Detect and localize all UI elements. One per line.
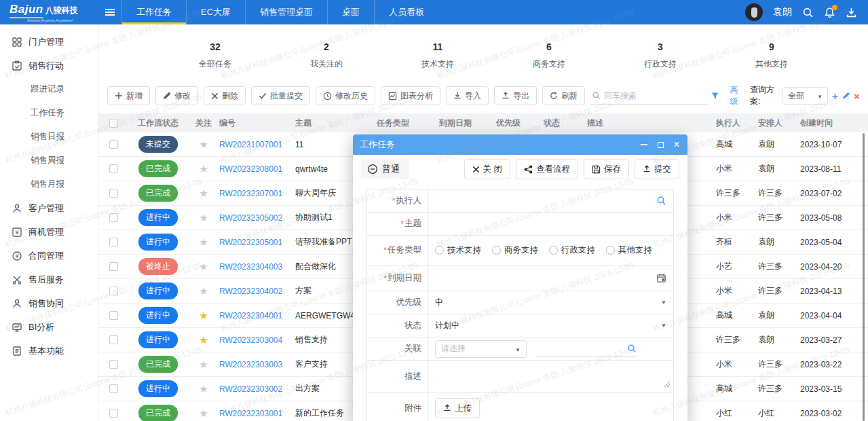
sidebar-item-bi-analysis[interactable]: BI分析 [0,315,98,339]
row-checkbox[interactable] [109,335,118,344]
import-button[interactable]: 导入 [446,86,489,105]
task-code-link[interactable]: RW20232304001 [219,311,282,321]
star-icon[interactable] [199,407,208,420]
search-input-box[interactable] [590,87,707,105]
row-checkbox[interactable] [109,287,118,295]
star-icon[interactable] [199,334,208,346]
row-checkbox[interactable] [109,360,118,369]
export-button[interactable]: 导出 [494,86,537,105]
task-code-link[interactable]: RW20232303001 [219,409,282,418]
stat-card[interactable]: 3 行政支持 [605,37,716,74]
close-icon[interactable] [673,141,681,149]
search-input[interactable] [604,91,706,100]
task-code-link[interactable]: RW20231007001 [219,140,282,149]
select-all-checkbox[interactable] [109,119,118,128]
row-checkbox[interactable] [109,189,118,198]
star-icon[interactable] [199,139,208,151]
chart-analysis-button[interactable]: 图表分析 [381,86,440,105]
view-flow-button[interactable]: 查看流程 [516,159,578,179]
row-checkbox[interactable] [109,262,118,271]
task-code-link[interactable]: RW20232304003 [219,262,282,272]
filter-funnel-icon[interactable] [711,91,719,100]
download-icon[interactable] [846,7,857,18]
stat-card[interactable]: 9 其他支持 [716,37,827,74]
radio-business-support[interactable]: 商务支持 [492,244,538,256]
task-code-link[interactable]: RW20232305001 [219,238,282,247]
sidebar-item-opportunities[interactable]: ¥ 商机管理 [0,220,98,244]
sidebar-item-contracts[interactable]: ¥ 合同管理 [0,244,98,268]
stat-card[interactable]: 2 我关注的 [271,37,382,74]
star-icon[interactable] [199,163,208,175]
dialog-title-bar[interactable]: 工作任务 [353,134,687,155]
sidebar-item-sales-collab[interactable]: 销售协同 [0,291,98,315]
due-date-field[interactable] [428,266,673,291]
radio-tech-support[interactable]: 技术支持 [435,244,481,256]
batch-submit-button[interactable]: 批量提交 [251,86,310,105]
user-avatar[interactable] [745,3,763,21]
row-checkbox[interactable] [109,238,118,246]
subject-field[interactable] [428,213,673,235]
query-plan-select[interactable]: 全部 [782,87,828,105]
sidebar-item-basic-functions[interactable]: 基本功能 [0,339,98,363]
row-checkbox[interactable] [109,140,118,149]
add-query-plan-icon[interactable]: + [832,91,838,101]
table-scrollbar[interactable] [863,133,865,421]
advanced-search-link[interactable]: 高级 [730,84,743,107]
star-icon[interactable] [199,212,208,224]
row-checkbox[interactable] [109,164,118,173]
minimize-icon[interactable] [640,141,648,149]
task-code-link[interactable]: RW20232303004 [219,335,282,345]
maximize-icon[interactable] [656,141,664,149]
row-checkbox[interactable] [109,311,118,320]
edit-history-button[interactable]: 修改历史 [316,86,375,105]
edit-query-plan-icon[interactable] [842,91,850,100]
task-code-link[interactable]: RW20232304002 [219,287,282,296]
sidebar-item-customers[interactable]: 客户管理 [0,196,98,220]
delete-query-plan-icon[interactable]: × [854,91,860,101]
task-code-link[interactable]: RW20232305002 [219,213,282,223]
nav-tab[interactable]: 销售管理桌面 [245,0,327,24]
star-icon[interactable] [199,261,208,273]
row-checkbox[interactable] [109,409,118,418]
nav-tab[interactable]: 桌面 [327,0,374,24]
edit-button[interactable]: 修改 [155,86,198,105]
radio-other-support[interactable]: 其他支持 [606,244,652,256]
status-select[interactable]: 计划中 [428,314,673,337]
stat-card[interactable]: 6 商务支持 [493,37,605,74]
sidebar-item-weekly-report[interactable]: 销售周报 [0,149,98,172]
refresh-button[interactable]: 刷新 [542,86,585,105]
task-code-link[interactable]: RW20232308001 [219,164,282,174]
star-icon[interactable] [199,285,208,297]
row-checkbox[interactable] [109,213,118,222]
sidebar-item-portal[interactable]: 门户管理 [0,30,98,54]
description-textarea[interactable] [428,361,673,392]
star-icon[interactable] [199,187,208,200]
executor-field[interactable] [428,189,673,212]
dialog-close-button[interactable]: 关 闭 [464,159,510,179]
relation-type-select[interactable]: 请选择 [435,340,527,358]
star-icon[interactable] [199,359,208,371]
nav-tab[interactable]: EC大屏 [186,0,245,24]
star-icon[interactable] [199,383,208,395]
stat-card[interactable]: 11 技术支持 [382,37,493,74]
add-button[interactable]: 新增 [107,86,150,105]
save-button[interactable]: 保存 [584,159,629,179]
submit-button[interactable]: 提交 [635,159,679,179]
star-icon[interactable] [199,236,208,249]
search-icon[interactable] [802,7,814,18]
sidebar-item-follow-records[interactable]: 跟进记录 [0,77,98,101]
delete-button[interactable]: 删除 [204,86,246,105]
relation-search-input[interactable] [535,341,637,357]
sidebar-item-after-sales[interactable]: 售后服务 [0,268,98,291]
user-name[interactable]: 袁朗 [773,6,792,18]
nav-tab[interactable]: 工作任务 [121,0,186,24]
row-checkbox[interactable] [109,384,118,393]
nav-tab[interactable]: 人员看板 [374,0,438,24]
sidebar-item-sales-action[interactable]: 销售行动 [0,54,98,77]
task-code-link[interactable]: RW20232307001 [219,189,282,198]
sidebar-item-daily-report[interactable]: 销售日报 [0,125,98,149]
stat-card[interactable]: 32 全部任务 [159,37,271,74]
task-code-link[interactable]: RW20232303003 [219,360,282,369]
task-code-link[interactable]: RW20232303002 [219,384,282,394]
priority-select[interactable]: 中 [428,291,673,314]
